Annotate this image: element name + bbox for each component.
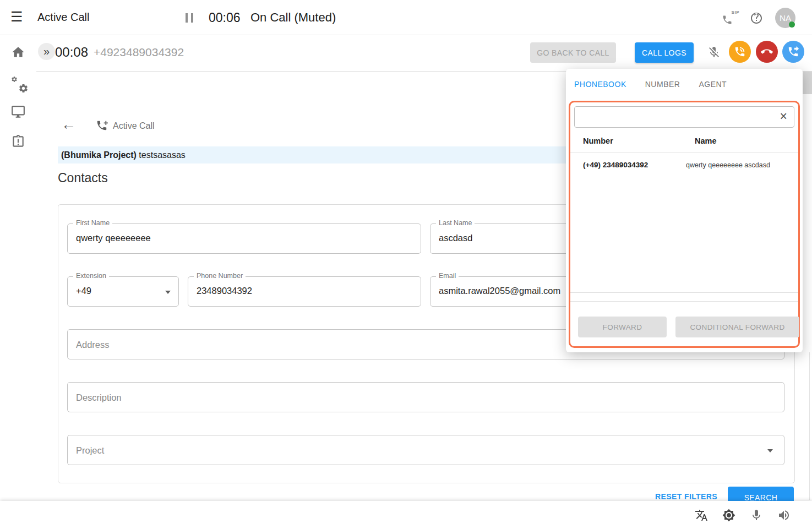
call-end-button[interactable] — [756, 41, 778, 63]
extension-select[interactable]: Extension +49 — [67, 276, 179, 307]
column-header-name: Name — [695, 137, 717, 145]
tab-number[interactable]: NUMBER — [645, 80, 680, 89]
first-name-label: First Name — [73, 219, 112, 227]
help-icon[interactable] — [750, 12, 763, 25]
subpage-title: Active Call — [113, 121, 155, 131]
project-label: Project — [76, 445, 104, 455]
clipboard-alert-icon — [11, 134, 25, 149]
sidebar-item-monitor[interactable] — [11, 105, 25, 119]
speaker-icon[interactable] — [777, 509, 791, 522]
last-name-value: ascdasd — [439, 233, 472, 243]
sidebar-item-reports[interactable] — [11, 134, 25, 149]
phonebook-panel: × Number Name (+49) 23489034392 qwerty q… — [569, 101, 800, 348]
hamburger-icon[interactable]: ☰ — [10, 10, 23, 24]
sip-phone-icon[interactable]: SIP — [722, 10, 739, 26]
bottom-bar — [0, 501, 812, 529]
active-call-timer: 00:08 — [55, 45, 88, 60]
phonebook-search-input[interactable] — [579, 107, 772, 127]
microphone-icon[interactable] — [750, 509, 763, 522]
column-header-number: Number — [583, 137, 613, 145]
close-icon[interactable]: × — [780, 108, 787, 125]
forward-popup: PHONEBOOK NUMBER AGENT × Number Name (+4… — [566, 69, 803, 352]
row-name-cell: qwerty qeeeeeeee ascdasd — [686, 161, 770, 169]
back-arrow-icon[interactable]: ← — [61, 117, 76, 132]
phone-number-label: Phone Number — [194, 272, 246, 280]
table-header: Number Name — [570, 134, 798, 152]
sidebar-item-settings[interactable] — [11, 75, 25, 90]
active-call-number: +4923489034392 — [94, 46, 184, 59]
translate-icon[interactable] — [695, 509, 708, 522]
presence-status-dot — [789, 21, 795, 28]
address-label: Address — [76, 339, 110, 350]
header-call-timer: 00:06 — [209, 10, 241, 25]
extension-value: +49 — [76, 286, 91, 296]
brightness-icon[interactable] — [722, 509, 735, 522]
banner-text: testsasasas — [137, 150, 186, 160]
phone-forward-button[interactable] — [782, 41, 804, 63]
forward-button[interactable]: FORWARD — [578, 317, 667, 337]
mic-off-icon[interactable] — [707, 46, 721, 59]
top-app-bar: ☰ Active Call 00:06 On Call (Muted) SIP … — [0, 0, 812, 35]
go-back-to-call-button[interactable]: GO BACK TO CALL — [530, 42, 616, 63]
conditional-forward-button[interactable]: CONDITIONAL FORWARD — [675, 317, 799, 337]
left-sidebar — [0, 35, 36, 529]
content-edge-divider — [809, 352, 810, 500]
email-label: Email — [436, 272, 459, 280]
phonebook-search: × — [574, 106, 794, 128]
first-name-value: qwerty qeeeeeeee — [76, 233, 151, 243]
chevron-down-icon — [767, 449, 773, 452]
call-toolbar: » 00:08 +4923489034392 GO BACK TO CALL C… — [36, 35, 812, 71]
sidebar-item-home[interactable] — [11, 45, 25, 59]
monitor-icon — [11, 105, 25, 119]
banner-project-name: (Bhumika Project) — [61, 150, 137, 160]
description-field[interactable]: Description — [67, 382, 784, 412]
background-toolbar-strip — [803, 71, 812, 94]
call-logs-button[interactable]: CALL LOGS — [635, 42, 694, 63]
call-status-text: On Call (Muted) — [250, 10, 336, 25]
popup-tabs: PHONEBOOK NUMBER AGENT — [574, 69, 727, 99]
reset-filters-button[interactable]: RESET FILTERS — [655, 492, 717, 501]
extension-label: Extension — [73, 272, 109, 280]
project-select[interactable]: Project — [67, 435, 784, 465]
tab-phonebook[interactable]: PHONEBOOK — [574, 80, 626, 89]
home-icon — [11, 45, 25, 59]
description-label: Description — [76, 392, 122, 402]
email-value: asmita.rawal2055@gmail.com — [439, 286, 560, 296]
table-bottom-divider — [570, 292, 798, 293]
phone-number-value: 23489034392 — [197, 286, 252, 296]
app-root: ☰ Active Call 00:06 On Call (Muted) SIP … — [0, 0, 812, 529]
phone-in-talk-button[interactable] — [729, 41, 751, 63]
contacts-heading: Contacts — [58, 171, 108, 186]
row-number-cell: (+49) 23489034392 — [583, 161, 648, 169]
chevron-down-icon — [165, 291, 171, 294]
last-name-label: Last Name — [436, 219, 475, 227]
add-call-icon — [96, 119, 108, 132]
pause-icon[interactable] — [186, 13, 193, 23]
page-title: Active Call — [37, 11, 89, 24]
phone-number-field[interactable]: Phone Number 23489034392 — [188, 276, 421, 307]
actions-divider — [570, 301, 798, 302]
first-name-field[interactable]: First Name qwerty qeeeeeeee — [67, 223, 421, 254]
tab-agent[interactable]: AGENT — [699, 80, 727, 89]
table-row[interactable]: (+49) 23489034392 qwerty qeeeeeeee ascda… — [570, 153, 798, 178]
expand-call-icon[interactable]: » — [38, 43, 55, 60]
